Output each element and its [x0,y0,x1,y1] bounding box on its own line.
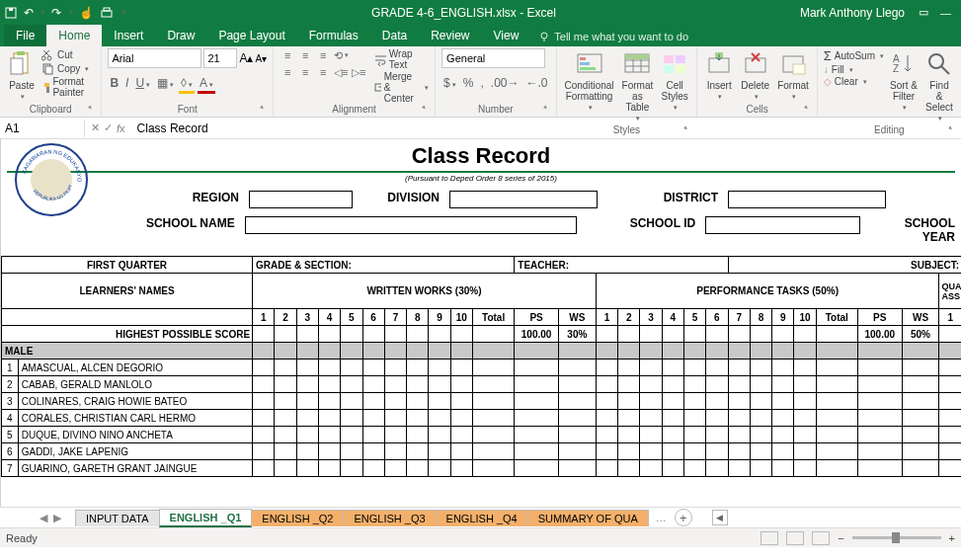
class-record-table[interactable]: FIRST QUARTER GRADE & SECTION: TEACHER: … [1,256,961,477]
name-box[interactable]: A1 [0,120,85,137]
undo-icon[interactable]: ↶ [24,6,34,20]
cut-button[interactable]: Cut [41,48,95,61]
fx-icon[interactable]: fx [117,122,125,134]
fill-color-button[interactable]: ◊▾ [179,75,195,94]
format-painter-button[interactable]: Format Painter [41,76,95,98]
row-male-header[interactable]: MALE [2,343,962,360]
number-format-select[interactable] [441,48,545,68]
cell-styles-button[interactable]: Cell Styles▾ [659,48,690,114]
sheet-tab-summary[interactable]: SUMMARY OF QUA [527,510,649,526]
input-school-id[interactable] [705,216,860,234]
copy-button[interactable]: Copy▾ [41,62,95,75]
zoom-out-icon[interactable]: − [838,532,843,544]
save-icon[interactable] [4,6,18,20]
table-row[interactable]: 5DUQUE, DIVINO NINO ANCHETA [2,427,962,443]
minimize-icon[interactable]: — [940,7,951,19]
tab-page-layout[interactable]: Page Layout [206,25,296,46]
italic-button[interactable]: I [123,75,130,94]
accounting-format-icon[interactable]: $▾ [441,75,458,91]
table-row[interactable]: 1AMASCUAL, ALCEN DEGORIO [2,360,962,376]
font-size-input[interactable] [203,48,237,68]
cell-teacher[interactable]: TEACHER: [515,257,728,274]
align-center-icon[interactable]: ≡ [297,65,313,79]
sheet-tab-english-q1[interactable]: ENGLISH _Q1 [159,509,253,527]
grow-font-icon[interactable]: A▴ [239,51,253,65]
tab-scroll-left-icon[interactable]: ◀ [40,512,47,524]
shrink-font-icon[interactable]: A▾ [255,53,267,64]
input-region[interactable] [249,191,353,208]
table-row[interactable]: 3COLINARES, CRAIG HOWIE BATEO [2,393,962,410]
table-row[interactable]: 6GADDI, JAKE LAPENIG [2,443,962,460]
fill-button[interactable]: ↓Fill▾ [824,64,884,75]
tab-insert[interactable]: Insert [102,25,155,46]
input-school-name[interactable] [245,216,577,234]
clear-button[interactable]: ◇Clear▾ [824,76,884,87]
align-middle-icon[interactable]: ≡ [297,48,313,62]
input-division[interactable] [449,191,598,208]
tab-review[interactable]: Review [419,25,481,46]
orientation-icon[interactable]: ⟲▾ [333,48,349,62]
decrease-decimal-icon[interactable]: ←.0 [524,75,550,91]
cell-subject[interactable]: SUBJECT: [728,257,961,274]
font-color-button[interactable]: A▾ [198,75,215,94]
align-left-icon[interactable]: ≡ [280,65,295,79]
h-scroll-left-icon[interactable]: ◀ [712,510,728,525]
underline-button[interactable]: U▾ [133,75,152,94]
cell-performance-header[interactable]: PERFORMANCE TASKS (50%) [596,274,939,309]
touch-mode-icon[interactable]: ☝ [79,6,94,20]
autosum-button[interactable]: ΣAutoSum▾ [824,48,884,63]
increase-decimal-icon[interactable]: .00→ [489,75,521,91]
cancel-formula-icon[interactable]: ✕ [91,121,100,134]
wrap-text-button[interactable]: Wrap Text [374,48,429,70]
comma-format-icon[interactable]: , [478,75,485,91]
sheet-tab-english-q3[interactable]: ENGLISH _Q3 [343,510,436,526]
sheet-tab-english-q2[interactable]: ENGLISH _Q2 [251,510,344,526]
sort-filter-button[interactable]: AZSort & Filter▾ [888,48,920,114]
table-row[interactable]: 4CORALES, CHRISTIAN CARL HERMO [2,410,962,427]
tab-data[interactable]: Data [370,25,419,46]
delete-cells-button[interactable]: Delete▾ [739,48,771,103]
sheet-tab-input-data[interactable]: INPUT DATA [75,510,160,526]
percent-format-icon[interactable]: % [461,75,476,91]
indent-decrease-icon[interactable]: ◁≡ [333,65,349,79]
redo-icon[interactable]: ↷ [51,6,61,20]
row-hps[interactable]: HIGHEST POSSIBLE SCORE 100.0030% 100.005… [2,326,962,343]
page-break-view-icon[interactable] [812,531,830,545]
format-cells-button[interactable]: Format▾ [775,48,811,103]
format-as-table-button[interactable]: Format as Table▾ [620,48,656,124]
align-top-icon[interactable]: ≡ [280,48,295,62]
tab-draw[interactable]: Draw [155,25,206,46]
row-col-numbers[interactable]: 12345678910 TotalPSWS 12345678910 TotalP… [2,309,962,326]
new-sheet-button[interactable]: + [675,509,692,526]
paste-button[interactable]: Paste▾ [6,48,38,103]
tab-formulas[interactable]: Formulas [297,25,370,46]
bold-button[interactable]: B [108,75,120,94]
worksheet[interactable]: KAGAWARAN NG EDUKASYONREPUBLIKA NG PILIP… [0,139,961,507]
tell-me-search[interactable]: Tell me what you want to do [530,27,696,46]
input-district[interactable] [728,191,886,208]
table-row[interactable]: 2CABAB, GERALD MANLOLO [2,376,962,393]
cell-learners-header[interactable]: LEARNERS' NAMES [2,274,253,309]
merge-center-button[interactable]: Merge & Center▾ [374,71,429,104]
font-name-input[interactable] [108,48,201,68]
ribbon-options-icon[interactable]: ▭ [919,6,928,19]
insert-cells-button[interactable]: Insert▾ [703,48,735,103]
cell-written-works-header[interactable]: WRITTEN WORKS (30%) [253,274,597,309]
print-preview-icon[interactable] [100,6,114,20]
tab-view[interactable]: View [482,25,531,46]
cell-quarter[interactable]: FIRST QUARTER [2,257,253,274]
sheet-tab-english-q4[interactable]: ENGLISH _Q4 [436,510,528,526]
normal-view-icon[interactable] [761,531,778,545]
zoom-slider[interactable] [852,536,941,539]
conditional-formatting-button[interactable]: Conditional Formatting▾ [563,48,616,114]
table-row[interactable]: 7GUARINO, GARETH GRANT JAINGUE [2,460,962,477]
align-right-icon[interactable]: ≡ [315,65,331,79]
page-layout-view-icon[interactable] [786,531,804,545]
border-button[interactable]: ▦▾ [155,75,176,94]
zoom-in-icon[interactable]: + [949,532,955,544]
cell-grade-section[interactable]: GRADE & SECTION: [253,257,515,274]
align-bottom-icon[interactable]: ≡ [315,48,331,62]
tab-file[interactable]: File [4,25,46,46]
cell-qa-header[interactable]: QUAASS [939,274,961,309]
enter-formula-icon[interactable]: ✓ [104,121,113,134]
